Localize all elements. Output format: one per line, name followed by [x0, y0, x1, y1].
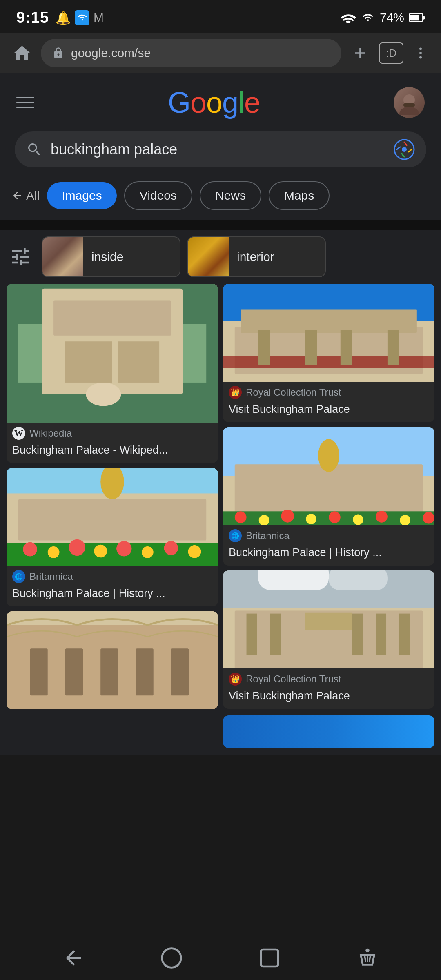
rct-1-source-name: Royal Collection Trust — [246, 387, 341, 398]
result-britannica-2-title: Buckingham Palace | History ... — [223, 544, 434, 566]
svg-rect-21 — [18, 499, 206, 541]
recents-navigation-button[interactable] — [253, 942, 286, 974]
tab-images[interactable]: Images — [47, 182, 116, 209]
svg-rect-45 — [305, 330, 317, 365]
tab-count-button[interactable]: :D — [379, 42, 403, 64]
main-grid: W Wikipedia Buckingham Palace - Wikiped.… — [7, 284, 434, 748]
wikipedia-source-name: Wikipedia — [29, 428, 72, 439]
browser-bar: google.com/se :D — [0, 33, 441, 74]
left-column: W Wikipedia Buckingham Palace - Wikiped.… — [7, 284, 218, 748]
svg-rect-38 — [171, 648, 189, 695]
result-britannica-1-title: Buckingham Palace | History ... — [7, 585, 218, 606]
search-bar[interactable]: buckingham palace — [15, 131, 426, 167]
result-britannica-1-source: 🌐 Britannica — [7, 566, 218, 585]
hamburger-line — [16, 97, 34, 98]
svg-point-58 — [353, 514, 363, 525]
svg-point-10 — [402, 147, 407, 152]
tab-videos[interactable]: Videos — [124, 181, 192, 210]
back-navigation-button[interactable] — [57, 942, 90, 974]
search-query: buckingham palace — [51, 141, 385, 158]
svg-point-25 — [69, 539, 85, 556]
wikipedia-favicon: W — [12, 427, 25, 440]
svg-rect-35 — [65, 648, 83, 695]
result-rct-2-image — [223, 570, 434, 668]
result-britannica-2[interactable]: 🌐 Britannica Buckingham Palace | History… — [223, 427, 434, 566]
result-britannica-1[interactable]: 🌐 Britannica Buckingham Palace | History… — [7, 468, 218, 606]
suggestion-inside[interactable]: inside — [42, 236, 180, 277]
broadcast-icon — [75, 10, 89, 25]
result-rct-2-source: 👑 Royal Collection Trust — [223, 668, 434, 687]
svg-point-7 — [399, 107, 419, 115]
tab-maps[interactable]: Maps — [269, 181, 330, 210]
section-divider — [0, 220, 441, 230]
result-rct-1-title: Visit Buckingham Palace — [223, 401, 434, 422]
google-lens-icon[interactable] — [394, 139, 415, 160]
browser-menu-button[interactable] — [412, 44, 430, 62]
suggestion-interior-label: interior — [229, 250, 283, 264]
svg-rect-17 — [18, 324, 42, 383]
svg-rect-50 — [235, 464, 423, 517]
all-tab-button[interactable]: All — [11, 189, 40, 203]
svg-point-3 — [419, 48, 422, 50]
url-bar[interactable]: google.com/se — [41, 39, 341, 67]
svg-rect-37 — [136, 648, 154, 695]
accessibility-navigation-button[interactable] — [351, 942, 384, 974]
svg-point-51 — [318, 439, 339, 472]
svg-rect-2 — [423, 16, 425, 20]
home-navigation-button[interactable] — [155, 942, 188, 974]
svg-point-4 — [419, 52, 422, 54]
status-icons: 🔔 M — [56, 10, 104, 25]
filter-sliders-button[interactable] — [7, 243, 35, 271]
rct-favicon-1: 👑 — [229, 386, 242, 399]
result-britannica-2-image — [223, 427, 434, 525]
right-column: 👑 Royal Collection Trust Visit Buckingha… — [223, 284, 434, 748]
home-button[interactable] — [11, 42, 33, 64]
svg-rect-13 — [53, 301, 171, 336]
suggestion-inside-image — [42, 236, 83, 277]
svg-rect-69 — [305, 612, 352, 630]
svg-point-59 — [376, 511, 388, 523]
status-right: 74% — [341, 11, 425, 24]
svg-point-73 — [162, 948, 181, 967]
svg-rect-1 — [410, 15, 419, 20]
svg-point-55 — [281, 510, 294, 523]
alert-icon: 🔔 — [56, 11, 71, 25]
svg-point-29 — [164, 541, 178, 555]
suggestion-interior[interactable]: interior — [187, 236, 326, 277]
user-avatar[interactable] — [394, 87, 425, 118]
result-rct-2[interactable]: 👑 Royal Collection Trust Visit Buckingha… — [223, 570, 434, 709]
svg-point-61 — [423, 512, 434, 524]
svg-point-27 — [116, 541, 131, 556]
status-left: 9:15 🔔 M — [16, 9, 104, 27]
hamburger-menu[interactable] — [16, 97, 34, 108]
result-britannica-1-image — [7, 468, 218, 566]
svg-rect-34 — [30, 648, 48, 695]
suggestion-interior-image — [188, 236, 229, 277]
battery-icon — [409, 12, 425, 23]
tab-news[interactable]: News — [200, 181, 261, 210]
tab-count-label: :D — [386, 47, 396, 60]
svg-point-56 — [306, 514, 316, 524]
svg-point-24 — [48, 546, 60, 558]
svg-point-26 — [94, 545, 107, 558]
mail-icon: M — [94, 11, 104, 24]
britannica-favicon-2: 🌐 — [229, 529, 242, 542]
rct-favicon-2: 👑 — [229, 673, 242, 686]
result-ornate[interactable] — [7, 611, 218, 709]
result-wikipedia[interactable]: W Wikipedia Buckingham Palace - Wikiped.… — [7, 284, 218, 463]
svg-rect-15 — [118, 341, 159, 383]
svg-point-5 — [419, 56, 422, 59]
blue-card-peek[interactable] — [223, 715, 434, 748]
status-time: 9:15 — [16, 9, 49, 27]
google-logo: Google — [168, 86, 260, 119]
result-britannica-2-source: 🌐 Britannica — [223, 525, 434, 544]
svg-rect-44 — [258, 330, 270, 365]
svg-point-57 — [329, 511, 341, 523]
svg-rect-68 — [270, 614, 281, 655]
new-tab-button[interactable] — [350, 42, 371, 64]
image-section: inside interior — [0, 230, 441, 755]
svg-rect-67 — [247, 614, 257, 655]
result-rct-1[interactable]: 👑 Royal Collection Trust Visit Buckingha… — [223, 284, 434, 422]
svg-point-53 — [235, 511, 247, 523]
svg-rect-63 — [258, 570, 329, 590]
